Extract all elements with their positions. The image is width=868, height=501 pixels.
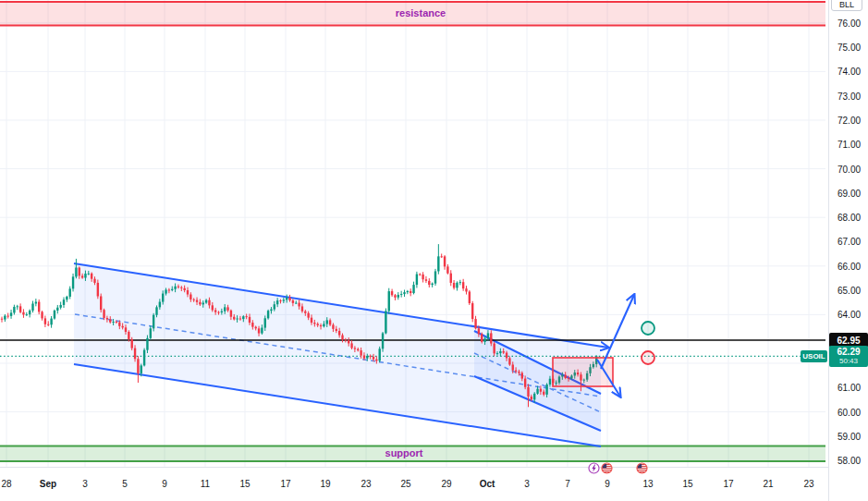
- current-price-label: 62.29 50:43: [829, 346, 868, 367]
- price-tick-label: 72.00: [837, 115, 861, 125]
- time-tick-label: 15: [239, 479, 250, 489]
- economic-event-lightning-icon[interactable]: [588, 461, 600, 473]
- time-tick-label: Sep: [40, 479, 56, 489]
- time-tick-label: 17: [723, 479, 733, 489]
- time-tick-label: 13: [642, 479, 653, 489]
- time-tick-label: 17: [280, 479, 290, 489]
- projection-arrow-up[interactable]: [601, 295, 634, 369]
- time-tick-label: 21: [763, 479, 773, 489]
- time-tick-label: 15: [682, 479, 692, 489]
- time-tick-label: 25: [400, 479, 410, 489]
- time-tick-label: Oct: [480, 479, 495, 489]
- time-tick-label: 28: [1, 479, 11, 489]
- outer-descending-channel[interactable]: [74, 263, 608, 446]
- bar-countdown: 50:43: [839, 358, 858, 365]
- price-tick-label: 74.00: [837, 67, 861, 77]
- price-tick-label: 60.00: [837, 407, 861, 417]
- chart-canvas[interactable]: [0, 0, 868, 501]
- support-zone-label[interactable]: support: [385, 447, 423, 458]
- price-unit-label: BLL: [839, 0, 854, 9]
- price-tick-label: 75.00: [837, 43, 861, 53]
- price-tick-label: 68.00: [837, 213, 861, 223]
- time-tick-label: 11: [201, 479, 210, 489]
- time-tick-label: 19: [320, 479, 330, 489]
- time-tick-label: 5: [122, 479, 128, 489]
- time-tick-label: 9: [605, 479, 610, 489]
- time-tick-label: 3: [82, 479, 88, 489]
- time-tick-label: 23: [803, 479, 813, 489]
- price-tick-label: 59.00: [837, 431, 861, 441]
- price-axis-separator: [828, 0, 829, 501]
- time-tick-label: 3: [524, 479, 530, 489]
- price-tick-label: 67.00: [837, 237, 861, 247]
- price-tick-label: 69.00: [837, 188, 861, 198]
- price-tick-label: 76.00: [837, 18, 861, 28]
- time-tick-label: 29: [441, 479, 451, 489]
- marker-circle-red[interactable]: [642, 351, 654, 364]
- time-axis-separator: [0, 467, 828, 468]
- time-tick-label: 9: [162, 479, 167, 489]
- price-tick-label: 71.00: [837, 140, 861, 150]
- channel-layer[interactable]: [74, 263, 608, 446]
- price-tick-label: 64.00: [837, 310, 861, 320]
- price-tick-label: 58.00: [837, 456, 861, 466]
- current-price-value: 62.29: [837, 348, 860, 358]
- price-tick-label: 65.00: [837, 286, 861, 296]
- time-tick-label: 7: [565, 479, 570, 489]
- trading-chart-window: resistance support 76.0075.0074.0073.007…: [0, 0, 868, 501]
- price-tick-label: 66.00: [837, 261, 861, 271]
- us-flag-event-icon[interactable]: [636, 461, 648, 473]
- time-tick-label: 23: [361, 479, 371, 489]
- price-tick-label: 70.00: [837, 164, 861, 174]
- price-tick-label: 61.00: [837, 383, 861, 393]
- price-unit-box[interactable]: BLL: [831, 0, 862, 11]
- price-tick-label: 73.00: [837, 91, 861, 101]
- marker-circle-green[interactable]: [642, 322, 654, 335]
- us-flag-event-icon[interactable]: [601, 461, 613, 473]
- resistance-zone-label[interactable]: resistance: [396, 7, 446, 18]
- symbol-badge[interactable]: USOIL: [801, 350, 827, 362]
